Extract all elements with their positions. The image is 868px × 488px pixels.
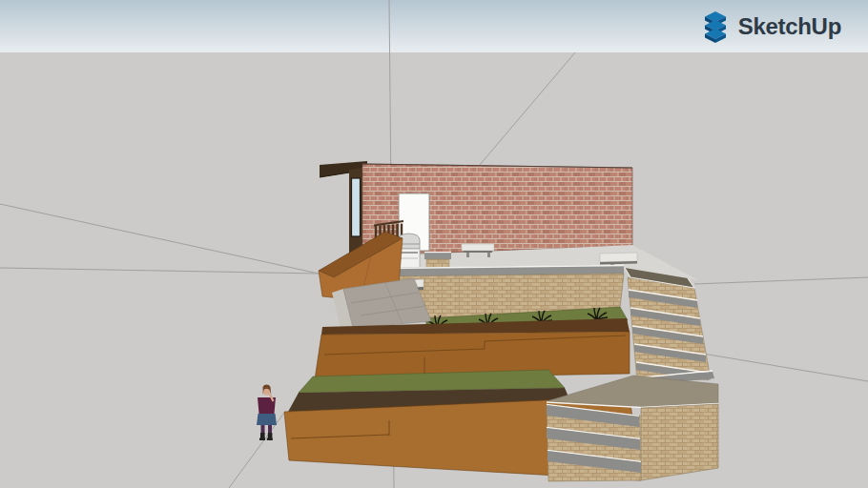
person-skirt xyxy=(257,414,277,425)
sketchup-logo-text: SketchUp xyxy=(738,13,841,40)
window xyxy=(352,178,361,236)
corten-wall-upper xyxy=(315,318,630,379)
sketchup-brand: SketchUp xyxy=(701,10,841,43)
block-front-face xyxy=(641,404,718,480)
sketchup-logo-icon xyxy=(701,10,730,43)
sketchup-viewer-window: SketchUp xyxy=(0,0,868,488)
model-viewport[interactable] xyxy=(0,0,868,488)
stone-stairs-lower xyxy=(547,404,641,481)
